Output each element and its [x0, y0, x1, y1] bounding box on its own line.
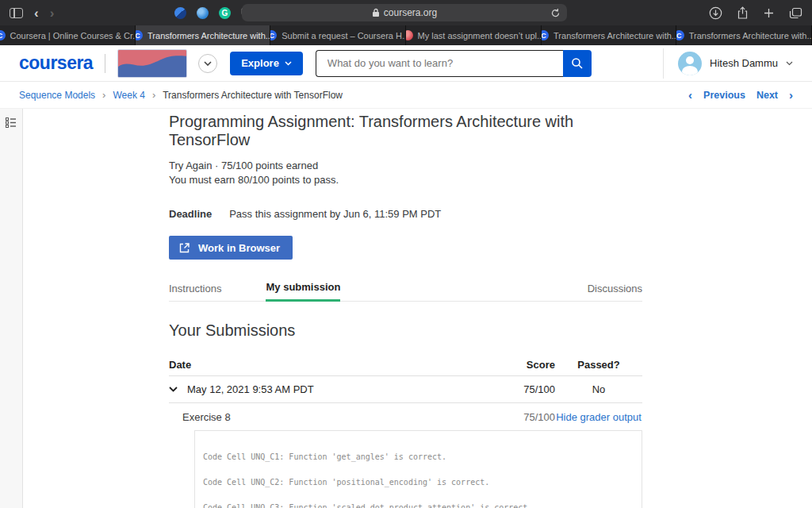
- url-text: coursera.org: [384, 7, 437, 18]
- chevron-down-icon: [285, 61, 292, 66]
- chevron-left-icon[interactable]: ‹: [688, 88, 692, 102]
- red-favicon-icon: [406, 30, 413, 40]
- grader-output-line: Code Cell UNQ_C1: Function 'get_angles' …: [203, 453, 634, 462]
- submission-passed: No: [555, 383, 642, 395]
- site-header: coursera Explore Hitesh Dammu: [0, 45, 812, 82]
- tab-discussions[interactable]: Discussions: [588, 283, 642, 301]
- extension-globe-icon[interactable]: [197, 7, 209, 19]
- course-banner-image[interactable]: [117, 49, 187, 78]
- browser-tab-2-active[interactable]: C Transformers Architecture with...: [136, 25, 271, 45]
- submissions-heading: Your Submissions: [169, 321, 642, 340]
- external-link-icon: [178, 242, 190, 254]
- coursera-logo[interactable]: coursera: [19, 52, 93, 74]
- chevron-down-icon[interactable]: [786, 61, 793, 66]
- extension-pinwheel-icon[interactable]: [174, 7, 186, 19]
- column-score: Score: [468, 359, 555, 371]
- exercise-name: Exercise 8: [169, 411, 468, 423]
- submission-date: May 12, 2021 9:53 AM PDT: [187, 383, 314, 395]
- tab-label: Coursera | Online Courses & Cr...: [10, 31, 136, 40]
- status-line: Try Again · 75/100 points earned: [169, 159, 642, 173]
- column-date: Date: [169, 359, 468, 371]
- explore-button[interactable]: Explore: [230, 52, 303, 75]
- tab-label: Transformers Architecture with...: [553, 31, 676, 40]
- content-tabs: Instructions My submission Discussions: [169, 281, 642, 302]
- exercise-row: Exercise 8 75/100 Hide grader output: [169, 403, 642, 430]
- avatar[interactable]: [678, 52, 702, 75]
- work-in-browser-button[interactable]: Work in Browser: [169, 236, 293, 260]
- coursera-favicon-icon: C: [0, 30, 6, 40]
- chevron-down-icon[interactable]: [169, 387, 178, 392]
- grader-output-line: Code Cell UNQ_C3: Function 'scaled_dot_p…: [203, 504, 634, 508]
- browser-titlebar: ‹ › G coursera.org: [0, 0, 812, 25]
- new-tab-icon[interactable]: [763, 7, 775, 19]
- extension-grammarly-icon[interactable]: G: [219, 7, 231, 19]
- assignment-page: Programming Assignment: Transformers Arc…: [23, 109, 812, 508]
- tab-instructions[interactable]: Instructions: [169, 283, 221, 301]
- tab-overview-icon[interactable]: [789, 7, 802, 19]
- browser-tab-5[interactable]: C Transformers Architecture with...: [542, 25, 677, 45]
- browser-tab-4[interactable]: My last assignment doesn’t upl...: [406, 25, 542, 45]
- chevron-right-icon: ›: [152, 89, 155, 101]
- explore-label: Explore: [241, 57, 279, 69]
- back-icon[interactable]: ‹: [34, 6, 39, 20]
- user-name[interactable]: Hitesh Dammu: [710, 57, 778, 69]
- submissions-table-header: Date Score Passed?: [169, 353, 642, 376]
- share-icon[interactable]: [737, 6, 749, 20]
- exercise-score: 75/100: [468, 411, 555, 423]
- url-bar[interactable]: coursera.org: [242, 4, 567, 21]
- lock-icon: [372, 8, 380, 17]
- downloads-icon[interactable]: [709, 6, 722, 20]
- submission-row[interactable]: May 12, 2021 9:53 AM PDT 75/100 No: [169, 376, 642, 403]
- forward-icon[interactable]: ›: [50, 6, 55, 20]
- search-bar: [316, 50, 592, 77]
- breadcrumb-course-link[interactable]: Sequence Models: [19, 90, 95, 101]
- submission-score: 75/100: [468, 383, 555, 395]
- breadcrumb: Sequence Models › Week 4 › Transformers …: [19, 89, 343, 101]
- pass-requirement: You must earn 80/100 points to pass.: [169, 173, 642, 187]
- coursera-favicon-icon: C: [270, 30, 277, 40]
- chevron-down-icon: [204, 61, 212, 66]
- work-in-browser-label: Work in Browser: [198, 242, 280, 254]
- browser-tab-3[interactable]: C Submit a request – Coursera H...: [270, 25, 406, 45]
- page-title: Programming Assignment: Transformers Arc…: [169, 113, 642, 149]
- search-icon: [571, 57, 584, 70]
- chevron-right-icon[interactable]: ›: [789, 88, 793, 102]
- divider: [663, 48, 664, 79]
- divider: [105, 54, 105, 73]
- hide-grader-output-link[interactable]: Hide grader output: [556, 411, 642, 423]
- breadcrumb-week-link[interactable]: Week 4: [113, 90, 144, 101]
- browser-tabstrip: C Coursera | Online Courses & Cr... C Tr…: [0, 25, 812, 45]
- sidebar-toggle-icon[interactable]: [10, 8, 23, 18]
- search-button[interactable]: [563, 50, 592, 77]
- previous-button[interactable]: Previous: [703, 90, 745, 101]
- tab-label: Transformers Architecture with...: [147, 31, 270, 40]
- deadline-text: Pass this assignment by Jun 6, 11:59 PM …: [229, 208, 441, 220]
- grader-output: Code Cell UNQ_C1: Function 'get_angles' …: [194, 430, 642, 508]
- coursera-favicon-icon: C: [542, 30, 549, 40]
- search-input[interactable]: [316, 50, 563, 77]
- tab-label: My last assignment doesn’t upl...: [418, 31, 542, 40]
- left-rail: [0, 109, 23, 508]
- breadcrumb-row: Sequence Models › Week 4 › Transformers …: [0, 82, 812, 109]
- chevron-right-icon: ›: [102, 89, 105, 101]
- coursera-favicon-icon: C: [676, 30, 684, 40]
- deadline-label: Deadline: [169, 208, 212, 220]
- browser-tab-6[interactable]: C Transformers Architecture with...: [676, 25, 812, 45]
- column-passed: Passed?: [555, 359, 642, 371]
- browser-tab-1[interactable]: C Coursera | Online Courses & Cr...: [0, 25, 136, 45]
- grader-output-line: Code Cell UNQ_C2: Function 'positional_e…: [203, 479, 634, 487]
- tab-label: Submit a request – Coursera H...: [282, 31, 406, 40]
- tab-label: Transformers Architecture with...: [689, 31, 812, 40]
- outline-list-icon[interactable]: [6, 117, 17, 128]
- tab-my-submission[interactable]: My submission: [266, 281, 340, 302]
- collapse-course-menu-button[interactable]: [198, 54, 217, 73]
- breadcrumb-current: Transformers Architecture with TensorFlo…: [163, 90, 343, 101]
- reload-icon[interactable]: [550, 8, 561, 18]
- next-button[interactable]: Next: [756, 90, 778, 101]
- coursera-favicon-icon: C: [136, 30, 143, 40]
